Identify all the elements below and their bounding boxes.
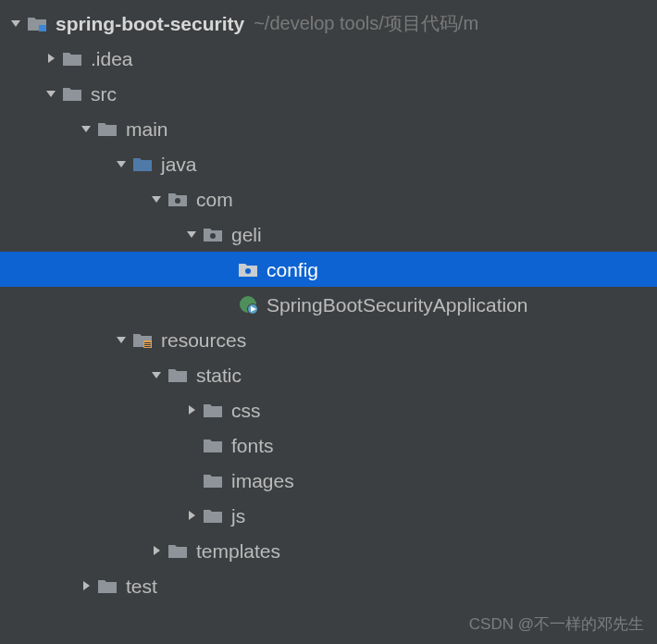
svg-marker-5 [117, 161, 126, 167]
watermark: CSDN @不一样的邓先生 [469, 613, 644, 635]
folder-icon [167, 539, 189, 562]
package-folder-icon [237, 258, 259, 280]
tree-item-templates[interactable]: templates [0, 533, 657, 568]
tree-label: src [91, 84, 117, 104]
tree-item-static[interactable]: static [0, 357, 657, 392]
tree-label: fonts [231, 436, 274, 455]
chevron-down-icon[interactable] [146, 369, 167, 380]
svg-point-10 [245, 268, 251, 274]
tree-label: SpringBootSecurityApplication [267, 295, 528, 315]
tree-item-geli[interactable]: geli [0, 217, 657, 252]
svg-marker-23 [154, 546, 160, 555]
folder-icon [202, 469, 224, 491]
resources-folder-icon [131, 328, 154, 351]
chevron-down-icon[interactable] [6, 18, 26, 29]
svg-marker-3 [46, 91, 56, 97]
folder-icon [96, 575, 118, 597]
tree-item-src[interactable]: src [0, 76, 657, 111]
tree-item-images[interactable]: images [0, 463, 657, 498]
tree-label: geli [231, 225, 262, 244]
folder-icon [202, 434, 224, 456]
package-folder-icon [202, 223, 224, 245]
chevron-right-icon[interactable] [41, 53, 61, 64]
svg-marker-0 [11, 20, 20, 27]
chevron-right-icon[interactable] [181, 404, 202, 415]
folder-icon [96, 118, 118, 140]
tree-label: .idea [91, 49, 133, 68]
svg-marker-2 [48, 54, 55, 63]
svg-marker-6 [152, 196, 161, 203]
svg-rect-19 [144, 346, 151, 347]
tree-label: css [231, 401, 261, 420]
tree-item-com[interactable]: com [0, 181, 657, 217]
tree-item-resources[interactable]: resources [0, 322, 657, 357]
module-folder-icon [26, 12, 48, 34]
tree-label: images [231, 471, 294, 490]
svg-point-7 [175, 198, 180, 204]
chevron-right-icon[interactable] [146, 545, 167, 556]
folder-icon [202, 399, 224, 421]
chevron-right-icon[interactable] [76, 580, 96, 591]
tree-item-js[interactable]: js [0, 498, 657, 533]
chevron-right-icon[interactable] [181, 510, 202, 521]
chevron-down-icon[interactable] [111, 158, 131, 169]
svg-marker-21 [189, 405, 195, 415]
tree-label: static [196, 365, 242, 385]
source-folder-icon [131, 153, 154, 175]
svg-marker-22 [189, 511, 195, 520]
svg-rect-17 [144, 342, 151, 343]
svg-marker-24 [83, 581, 90, 590]
tree-label: main [126, 119, 168, 139]
tree-label: config [267, 260, 318, 279]
tree-item-root[interactable]: spring-boot-security ~/develop tools/项目代… [0, 6, 657, 41]
package-folder-icon [167, 188, 189, 210]
svg-marker-20 [152, 372, 161, 378]
tree-label: spring-boot-security [56, 14, 244, 33]
chevron-down-icon[interactable] [111, 334, 131, 345]
svg-marker-15 [117, 337, 126, 343]
tree-label: resources [161, 330, 246, 350]
svg-rect-1 [39, 25, 46, 31]
svg-marker-4 [81, 126, 91, 132]
folder-icon [61, 47, 83, 69]
tree-item-fonts[interactable]: fonts [0, 427, 657, 463]
project-tree[interactable]: spring-boot-security ~/develop tools/项目代… [0, 0, 657, 603]
svg-rect-18 [144, 344, 151, 345]
chevron-down-icon[interactable] [76, 123, 96, 134]
tree-item-app-class[interactable]: SpringBootSecurityApplication [0, 287, 657, 322]
tree-item-config[interactable]: config [0, 252, 657, 287]
tree-item-idea[interactable]: .idea [0, 41, 657, 76]
svg-marker-8 [187, 231, 196, 238]
tree-item-java[interactable]: java [0, 146, 657, 181]
tree-label: java [161, 155, 197, 174]
chevron-down-icon[interactable] [41, 88, 61, 99]
folder-icon [202, 504, 224, 526]
chevron-down-icon[interactable] [146, 193, 167, 204]
tree-item-test[interactable]: test [0, 568, 657, 603]
folder-icon [167, 364, 189, 386]
svg-point-9 [210, 233, 216, 239]
folder-icon [61, 82, 83, 105]
tree-label: js [231, 506, 245, 526]
project-path: ~/develop tools/项目代码/m [254, 11, 478, 36]
tree-label: templates [196, 541, 280, 561]
tree-label: com [196, 190, 233, 209]
chevron-down-icon[interactable] [181, 229, 202, 240]
spring-boot-app-icon [237, 293, 259, 316]
tree-item-main[interactable]: main [0, 111, 657, 146]
tree-item-css[interactable]: css [0, 392, 657, 427]
tree-label: test [126, 576, 157, 596]
